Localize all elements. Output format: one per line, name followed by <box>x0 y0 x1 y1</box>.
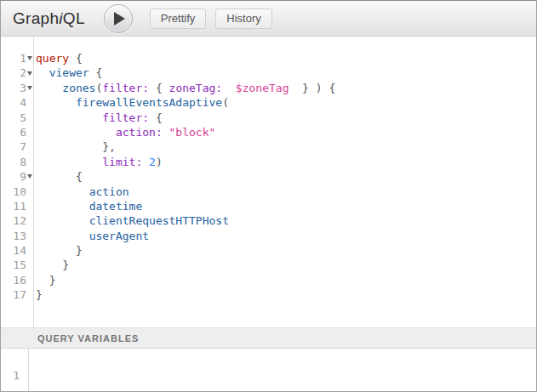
variables-code-area[interactable]: {"zoneTag":""} <box>29 349 337 391</box>
line-number: 2 <box>1 65 26 80</box>
fold-arrow-icon[interactable] <box>27 71 32 76</box>
gutter-row: 11 <box>1 199 33 213</box>
fold-column <box>26 139 33 154</box>
fold-column <box>26 81 33 95</box>
fold-arrow-icon[interactable] <box>27 56 32 60</box>
line-number: 17 <box>1 287 26 302</box>
gutter-row: 10 <box>1 185 33 199</box>
line-number: 14 <box>1 243 26 258</box>
fold-column <box>26 199 33 213</box>
code-line: clientRequestHTTPHost <box>36 213 335 228</box>
fold-column <box>26 51 33 65</box>
line-number: 16 <box>1 273 26 287</box>
code-line: { <box>36 169 335 184</box>
gutter-row: 13 <box>1 229 33 243</box>
graphiql-logo: GraphiQL <box>13 9 85 28</box>
query-variables-title-bar[interactable]: QUERY VARIABLES <box>1 327 536 349</box>
code-line: } <box>36 258 335 272</box>
code-line: } <box>36 287 335 302</box>
fold-column <box>26 229 33 243</box>
code-line: }, <box>36 139 335 154</box>
fold-column <box>26 243 33 258</box>
gutter-row: 2 <box>1 65 33 80</box>
gutter-row: 15 <box>1 258 33 272</box>
fold-column <box>26 125 33 139</box>
fold-column <box>26 95 33 110</box>
logo-text: Graph <box>13 9 59 27</box>
prettify-button[interactable]: Prettify <box>150 9 206 29</box>
code-line: } <box>36 243 335 258</box>
line-number: 6 <box>1 125 26 139</box>
gutter-row: 16 <box>1 273 33 287</box>
line-number: 15 <box>1 258 26 272</box>
line-number: 3 <box>1 81 26 95</box>
line-number: 10 <box>1 185 26 199</box>
fold-column <box>26 169 33 184</box>
code-line: limit: 2) <box>36 155 335 169</box>
graphiql-window: GraphiQL Prettify History 12345678910111… <box>0 0 537 392</box>
code-line: action <box>36 185 335 199</box>
variables-editor[interactable]: 1 {"zoneTag":""} <box>1 349 536 391</box>
line-number: 13 <box>1 229 26 243</box>
fold-column <box>26 273 33 287</box>
line-number: 1 <box>1 368 20 383</box>
code-line: firewallEventsAdaptive( <box>36 95 335 110</box>
code-line: query { <box>36 51 335 65</box>
query-variables-title: QUERY VARIABLES <box>37 333 139 344</box>
fold-arrow-icon[interactable] <box>27 86 32 90</box>
fold-column <box>26 287 33 302</box>
code-line: viewer { <box>36 65 335 80</box>
gutter-row: 1 <box>1 51 33 65</box>
fold-column <box>26 213 33 228</box>
gutter-row: 5 <box>1 111 33 125</box>
code-line: } <box>36 273 335 287</box>
gutter-row: 3 <box>1 81 33 95</box>
gutter-row: 8 <box>1 155 33 169</box>
history-button[interactable]: History <box>215 9 271 29</box>
logo-text: QL <box>63 9 85 27</box>
gutter-row: 17 <box>1 287 33 302</box>
line-number: 8 <box>1 155 26 169</box>
gutter-row: 7 <box>1 139 33 154</box>
fold-arrow-icon[interactable] <box>27 174 32 179</box>
toolbar: GraphiQL Prettify History <box>1 1 536 37</box>
line-number: 12 <box>1 213 26 228</box>
variables-line-number-gutter: 1 <box>1 349 29 391</box>
query-editor[interactable]: 1234567891011121314151617 query { viewer… <box>1 37 536 327</box>
gutter-row: 9 <box>1 169 33 184</box>
line-number: 9 <box>1 169 26 184</box>
gutter-row: 14 <box>1 243 33 258</box>
code-line: datetime <box>36 199 335 213</box>
fold-column <box>26 155 33 169</box>
fold-column <box>26 65 33 80</box>
code-line: zones(filter: { zoneTag: $zoneTag } ) { <box>36 81 335 95</box>
line-number-gutter: 1234567891011121314151617 <box>1 37 34 327</box>
code-area[interactable]: query { viewer { zones(filter: { zoneTag… <box>34 37 335 327</box>
code-line: action: "block" <box>36 125 335 139</box>
gutter-row: 4 <box>1 95 33 110</box>
line-number: 7 <box>1 139 26 154</box>
line-number: 4 <box>1 95 26 110</box>
execute-query-button[interactable] <box>104 4 133 33</box>
play-icon <box>114 12 125 26</box>
fold-column <box>26 258 33 272</box>
line-number: 5 <box>1 111 26 125</box>
code-line: userAgent <box>36 229 335 243</box>
gutter-row: 6 <box>1 125 33 139</box>
gutter-row: 12 <box>1 213 33 228</box>
line-number: 11 <box>1 199 26 213</box>
code-line: filter: { <box>36 111 335 125</box>
fold-column <box>26 111 33 125</box>
line-number: 1 <box>1 51 26 65</box>
fold-column <box>26 185 33 199</box>
